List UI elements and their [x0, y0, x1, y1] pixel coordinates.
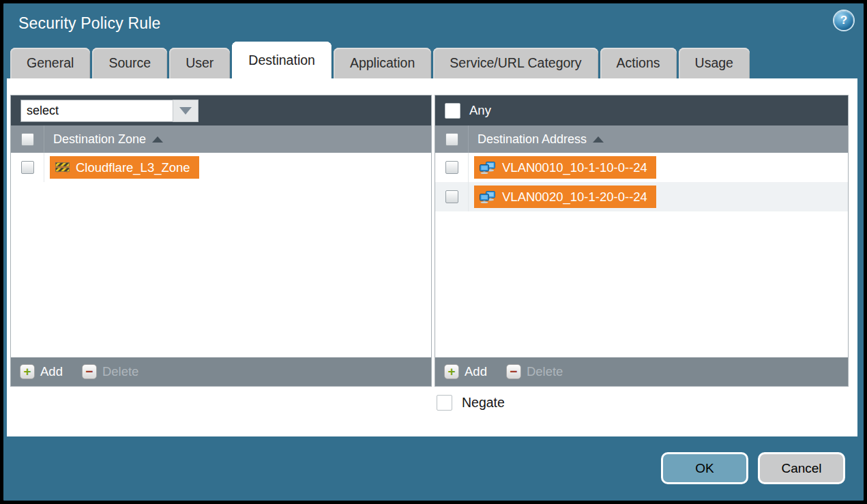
- address-list-item: VLAN0010_10-1-10-0--24: [435, 153, 848, 182]
- negate-option: Negate: [437, 395, 505, 411]
- address-select-all-checkbox[interactable]: [445, 133, 458, 146]
- address-row-checkbox[interactable]: [445, 161, 458, 174]
- help-icon[interactable]: ?: [834, 11, 853, 30]
- chevron-down-icon: [179, 107, 192, 115]
- zone-add-label: Add: [40, 364, 63, 379]
- zone-row-checkbox-cell: [11, 153, 44, 182]
- minus-icon: −: [82, 364, 97, 379]
- address-item-chip[interactable]: VLAN0020_10-1-20-0--24: [474, 186, 656, 208]
- any-label: Any: [469, 103, 491, 118]
- zone-column-header-row: Destination Zone: [11, 125, 431, 153]
- address-item-label: VLAN0010_10-1-10-0--24: [502, 160, 647, 175]
- zone-add-button[interactable]: + Add: [20, 364, 63, 379]
- zone-column-header-label: Destination Zone: [53, 132, 146, 147]
- sort-ascending-icon: [593, 136, 604, 143]
- tab-user[interactable]: User: [169, 48, 230, 78]
- plus-icon: +: [444, 364, 459, 379]
- tab-content-destination: Destination Zone: [7, 78, 857, 436]
- address-panel-footer: + Add − Delete: [435, 357, 848, 386]
- plus-icon: +: [20, 364, 35, 379]
- negate-label: Negate: [462, 395, 505, 411]
- zone-delete-button[interactable]: − Delete: [82, 364, 138, 379]
- negate-checkbox[interactable]: [437, 395, 452, 411]
- tab-destination[interactable]: Destination: [232, 42, 332, 78]
- address-delete-label: Delete: [527, 364, 563, 379]
- address-column-header[interactable]: Destination Address: [477, 132, 604, 147]
- tab-application[interactable]: Application: [334, 48, 431, 78]
- security-policy-rule-dialog: Security Policy Rule ? General Source Us…: [0, 0, 867, 504]
- zone-list: Cloudflare_L3_Zone: [11, 153, 431, 357]
- tab-actions[interactable]: Actions: [600, 48, 677, 78]
- dialog-footer: OK Cancel: [3, 436, 864, 501]
- zone-delete-label: Delete: [102, 364, 138, 379]
- zone-panel-header: [11, 95, 431, 125]
- address-column-header-label: Destination Address: [477, 132, 587, 147]
- any-toggle: Any: [445, 103, 491, 119]
- address-row-checkbox-cell: [435, 182, 469, 211]
- network-address-icon: [480, 191, 496, 203]
- zone-row-checkbox[interactable]: [21, 161, 34, 174]
- address-row-checkbox[interactable]: [445, 190, 458, 203]
- cancel-button[interactable]: Cancel: [758, 452, 845, 484]
- address-header-checkbox-cell: [435, 125, 469, 153]
- network-address-icon: [480, 162, 496, 174]
- zone-filter-input[interactable]: [20, 100, 173, 122]
- address-add-label: Add: [465, 364, 487, 379]
- address-item-chip[interactable]: VLAN0010_10-1-10-0--24: [474, 156, 656, 179]
- zone-item-label: Cloudflare_L3_Zone: [76, 160, 190, 175]
- zone-item-chip[interactable]: Cloudflare_L3_Zone: [50, 156, 199, 179]
- ok-button[interactable]: OK: [661, 452, 748, 484]
- zone-panel-footer: + Add − Delete: [11, 357, 431, 386]
- address-list-item: VLAN0020_10-1-20-0--24: [435, 182, 848, 211]
- address-item-label: VLAN0020_10-1-20-0--24: [502, 190, 647, 205]
- zone-column-header[interactable]: Destination Zone: [53, 132, 163, 147]
- address-add-button[interactable]: + Add: [444, 364, 487, 379]
- tab-service-url-category[interactable]: Service/URL Category: [433, 48, 598, 78]
- destination-address-panel: Any Destination Address: [435, 95, 849, 387]
- minus-icon: −: [506, 364, 521, 379]
- zone-list-item: Cloudflare_L3_Zone: [11, 153, 431, 182]
- tab-source[interactable]: Source: [92, 48, 167, 78]
- address-list: VLAN0010_10-1-10-0--24: [435, 153, 848, 357]
- zone-filter-dropdown-button[interactable]: [173, 100, 199, 122]
- tab-bar: General Source User Destination Applicat…: [10, 3, 750, 78]
- address-delete-button[interactable]: − Delete: [506, 364, 563, 379]
- tab-general[interactable]: General: [10, 48, 90, 78]
- tab-usage[interactable]: Usage: [679, 48, 750, 78]
- zone-filter-combobox: [20, 100, 199, 122]
- zone-select-all-checkbox[interactable]: [21, 133, 34, 146]
- address-row-checkbox-cell: [435, 153, 469, 182]
- destination-zone-panel: Destination Zone: [10, 95, 432, 387]
- any-checkbox[interactable]: [445, 103, 460, 119]
- zone-barrier-icon: [55, 162, 70, 173]
- address-panel-header: Any: [435, 95, 848, 125]
- address-column-header-row: Destination Address: [435, 125, 848, 153]
- zone-header-checkbox-cell: [11, 125, 44, 153]
- sort-ascending-icon: [152, 136, 163, 143]
